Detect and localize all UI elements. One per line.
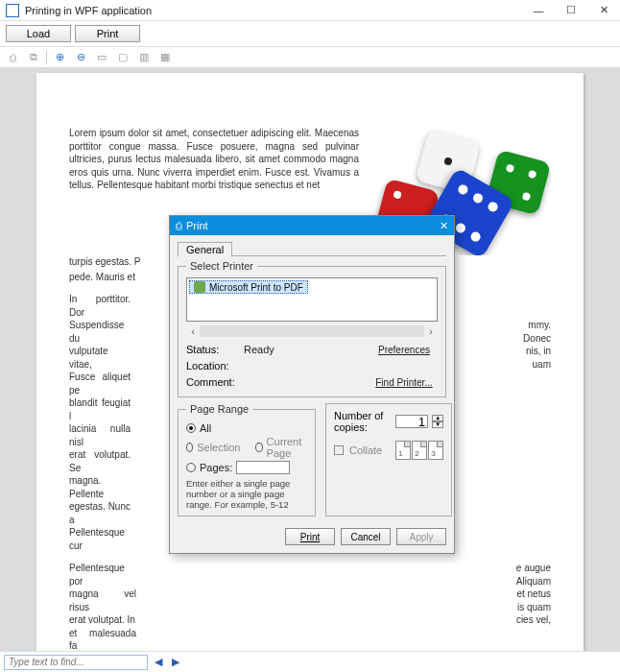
two-page-icon[interactable]: ▥ [135,49,153,66]
printer-list-scroll[interactable]: ‹ › [186,325,438,337]
dialog-cancel-button[interactable]: Cancel [341,528,391,545]
find-next-button[interactable]: ▶ [169,656,182,668]
page-range-hint: Enter either a single page number or a s… [186,478,307,510]
copies-down-button[interactable]: ▼ [432,421,443,428]
printer-list[interactable]: Microsoft Print to PDF [186,277,438,322]
status-value: Ready [244,344,370,355]
dialog-apply-button: Apply [396,528,446,545]
copies-input[interactable] [395,415,428,428]
copies-up-button[interactable]: ▲ [432,415,443,421]
printer-icon [194,281,205,293]
window-title: Printing in WPF application [25,5,152,16]
copies-group: Number of copies: ▲ ▼ Collate 11 22 33 [325,403,452,516]
find-input[interactable] [4,655,148,670]
tab-general[interactable]: General [178,242,232,257]
load-button[interactable]: Load [6,25,71,42]
printer-item-selected[interactable]: Microsoft Print to PDF [189,280,308,294]
fit-page-icon[interactable]: ▢ [114,49,131,66]
collate-checkbox [334,445,344,455]
collate-preview: 11 22 33 [395,441,443,460]
print-dialog-title: Print [186,220,208,231]
print-icon[interactable]: ⎙ [4,49,21,66]
close-button[interactable]: ✕ [587,0,620,21]
command-bar: Load Print [0,21,620,47]
scroll-right-icon[interactable]: › [424,325,438,337]
zoom-out-icon[interactable]: ⊖ [72,49,89,66]
thumbnails-icon[interactable]: ▦ [156,49,174,66]
range-pages-radio[interactable]: Pages: [186,461,307,474]
print-dialog-titlebar[interactable]: ⎙ Print ✕ [170,216,454,235]
select-printer-group: Select Printer Microsoft Print to PDF ‹ … [178,260,446,397]
page-range-group: Page Range All Selection Current Page Pa… [178,403,316,516]
print-dialog-close-button[interactable]: ✕ [440,220,448,232]
find-prev-button[interactable]: ◀ [152,656,165,668]
minimize-button[interactable]: — [522,0,555,21]
app-icon [6,4,19,17]
copy-icon[interactable]: ⧉ [25,49,42,66]
range-selection-radio: Selection Current Page [186,436,307,459]
maximize-button[interactable]: ☐ [555,0,587,21]
print-dialog: ⎙ Print ✕ General Select Printer Microso… [169,215,455,554]
main-title-bar: Printing in WPF application — ☐ ✕ [0,0,620,21]
zoom-in-icon[interactable]: ⊕ [51,49,68,66]
dialog-print-button[interactable]: Print [285,528,335,545]
find-printer-button[interactable]: Find Printer... [370,373,438,391]
preferences-button[interactable]: Preferences [370,341,438,358]
find-bar: ◀ ▶ [0,651,620,672]
viewer-toolbar: ⎙ ⧉ ⊕ ⊖ ▭ ▢ ▥ ▦ [0,47,620,68]
pages-input[interactable] [236,461,290,474]
scroll-left-icon[interactable]: ‹ [186,325,200,337]
range-all-radio[interactable]: All [186,422,307,434]
fit-width-icon[interactable]: ▭ [93,49,110,66]
print-button[interactable]: Print [75,25,140,42]
